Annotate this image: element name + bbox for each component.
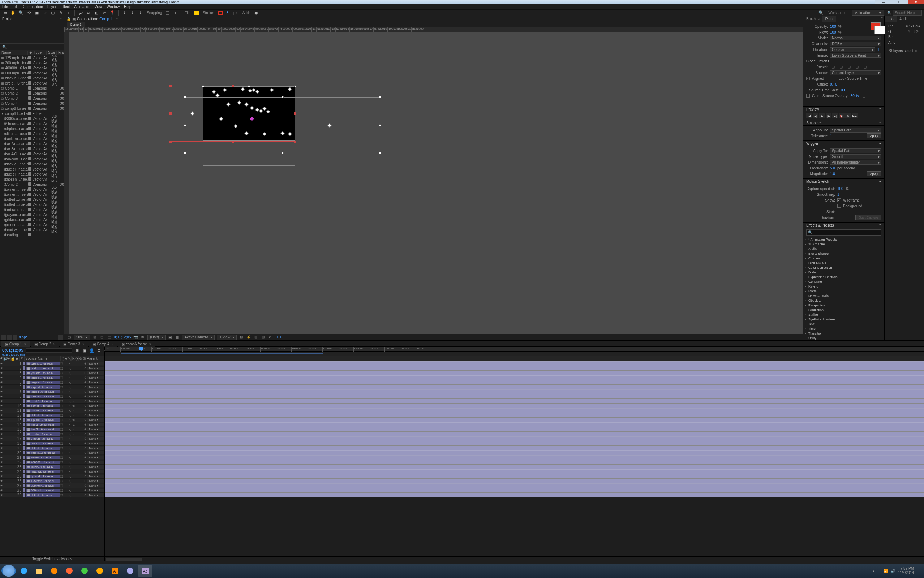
layer-track[interactable] — [105, 399, 924, 404]
layer-row[interactable]: 👁1▦ type st... for ae.ai⬚＼⊙None ▾ — [0, 361, 104, 366]
tray-flag-icon[interactable]: ⚐ — [877, 569, 881, 573]
layer-track[interactable] — [105, 375, 924, 380]
mute-button[interactable]: 🔇 — [839, 114, 844, 119]
layer-track[interactable] — [105, 437, 924, 441]
effect-category[interactable]: Simulation — [805, 307, 883, 312]
effect-category[interactable]: Blur & Sharpen — [805, 251, 883, 256]
preset-1-icon[interactable]: ⊡ — [830, 64, 836, 70]
show-desktop-button[interactable] — [917, 565, 920, 576]
layer-row[interactable]: 👁28▦ 600 mph...or ae.ai⬚＼⊙None ▾ — [0, 488, 104, 493]
layer-track[interactable] — [105, 455, 924, 460]
layer-row[interactable]: 👁26▦ 125 mph...or ae.ai⬚＼⊙None ▾ — [0, 479, 104, 483]
effect-category[interactable]: Channel — [805, 256, 883, 260]
overlay-checkbox[interactable] — [806, 94, 810, 97]
project-item[interactable]: ▢comp6 for aeComposition30 — [0, 106, 64, 111]
panel-menu-icon[interactable]: ≡ — [115, 17, 118, 21]
layer-row[interactable]: 👁7▦ large l...6 for ae.ai⬚＼⊙None ▾ — [0, 390, 104, 394]
composition-viewport[interactable] — [69, 32, 803, 334]
menu-composition[interactable]: Composition — [23, 5, 43, 9]
layer-row[interactable]: 👁15▦ line 2 ...6 for ae.ai⬚＼fx⊙None ▾ — [0, 427, 104, 432]
layer-track[interactable] — [105, 460, 924, 464]
preset-4-icon[interactable]: ⊡ — [854, 64, 860, 70]
col-frame[interactable]: Fram — [57, 50, 64, 55]
effects-presets-header[interactable]: Effects & Presets — [806, 223, 834, 227]
draft-3d-icon[interactable]: ▣ — [82, 347, 88, 353]
layer-track[interactable] — [105, 474, 924, 479]
menu-view[interactable]: View — [95, 5, 102, 9]
layer-row[interactable]: 👁17▦ 7 hours...for ae.ai⬚＼⊙None ▾ — [0, 437, 104, 441]
timeline-tab[interactable]: ▣ comp6 for ae× — [118, 341, 155, 347]
interpret-icon[interactable] — [2, 335, 6, 339]
layer-row[interactable]: 👁11▦ corner ... for ae.ai⬚＼fx⊙None ▾ — [0, 408, 104, 413]
ruler-horizontal[interactable]: 1500145014001350130012501200115011001050… — [64, 27, 803, 32]
layer-row[interactable]: 👁23▦ tail wi...6 for ae.ai⬚＼⊙None ▾ — [0, 464, 104, 469]
stroke-width[interactable]: 3 — [227, 11, 229, 15]
layer-row[interactable]: 👁10▦ corner ... for ae.ai⬚＼fx⊙None ▾ — [0, 404, 104, 408]
current-timecode[interactable]: 0;01;12;05 — [2, 348, 23, 353]
smoother-header[interactable]: Smoother — [806, 121, 822, 125]
timeline-tab[interactable]: ▣ Comp 3× — [60, 341, 88, 347]
exposure-value[interactable]: +0.0 — [275, 335, 282, 339]
project-item[interactable]: ▦chosen ...r ae.aiVector Art3.6 MB — [0, 177, 64, 182]
project-tab[interactable]: Project — [2, 17, 13, 21]
effect-category[interactable]: * Animation Presets — [805, 237, 883, 242]
eraser-tool[interactable]: ◧ — [94, 10, 99, 16]
explorer-icon[interactable] — [32, 565, 46, 576]
work-area-bar[interactable] — [122, 353, 323, 354]
fill-swatch[interactable] — [194, 11, 199, 15]
effect-category[interactable]: Audio — [805, 246, 883, 251]
stroke-swatch[interactable] — [218, 11, 223, 15]
panel-menu-icon[interactable]: ≡ — [60, 17, 62, 21]
workspace-dropdown[interactable]: Animation▾ — [852, 10, 884, 16]
duration-dropdown[interactable]: Constant▾ — [830, 47, 875, 52]
timeline-tab[interactable]: ▣ Comp 1× — [2, 341, 30, 347]
shape-tool[interactable]: ▢ — [50, 10, 56, 16]
ram-preview-button[interactable]: ▶▶ — [852, 114, 857, 119]
search-icon[interactable]: 🔍 — [2, 45, 6, 49]
layer-row[interactable]: 👁9▦ to sd 1...for ae.ai⬚＼fx⊙None ▾ — [0, 399, 104, 404]
close-button[interactable]: ✕ — [908, 0, 924, 4]
project-item[interactable]: ▢Comp 2Composition30 — [0, 91, 64, 96]
smoother-apply-dropdown[interactable]: Spatial Path▾ — [830, 128, 881, 133]
effect-category[interactable]: Color Correction — [805, 265, 883, 270]
ie-icon[interactable] — [16, 565, 31, 576]
after-effects-icon[interactable]: Ae — [138, 565, 153, 576]
layer-track[interactable] — [105, 432, 924, 437]
aligned-checkbox[interactable] — [806, 76, 810, 80]
preset-3-icon[interactable]: ⊡ — [846, 64, 852, 70]
col-name[interactable]: Name — [0, 50, 28, 55]
layer-row[interactable]: 👁4▦ large c... for ae.ai⬚＼⊙None ▾ — [0, 375, 104, 380]
effect-category[interactable]: Stylize — [805, 312, 883, 317]
hand-tool[interactable]: ✋ — [10, 10, 16, 16]
maximize-button[interactable]: ❐ — [892, 0, 908, 4]
res-full-icon[interactable]: ⊞ — [92, 335, 97, 340]
layer-row[interactable]: 👁18▦ black c... for ae.ai⬚＼⊙None ▾ — [0, 441, 104, 446]
views-dropdown[interactable]: 1 View▾ — [217, 334, 237, 340]
layer-track[interactable] — [105, 469, 924, 474]
layer-track[interactable] — [105, 366, 924, 371]
menu-animation[interactable]: Animation — [74, 5, 90, 9]
project-item[interactable]: ▦head wi...r ae.aiVector Art3.6 MB — [0, 227, 64, 232]
layer-row[interactable]: 👁5▦ large c... for ae.ai⬚＼⊙None ▾ — [0, 380, 104, 385]
app2-icon[interactable] — [123, 565, 137, 576]
layer-track[interactable] — [105, 413, 924, 417]
layer-row[interactable]: 👁21▦ altitud...for ae.ai⬚＼⊙None ▾ — [0, 455, 104, 460]
effect-category[interactable]: Matte — [805, 289, 883, 293]
effect-category[interactable]: Noise & Grain — [805, 293, 883, 298]
clone-tool[interactable]: ⧉ — [86, 10, 91, 16]
layer-row[interactable]: 👁22▦ 40000ft... for ae.ai⬚＼⊙None ▾ — [0, 460, 104, 464]
project-item[interactable]: ▢Comp 4Composition30 — [0, 101, 64, 106]
layer-track[interactable] — [105, 493, 924, 497]
system-clock[interactable]: 7:59 PM11/4/2014 — [898, 567, 914, 575]
axis-world-icon[interactable]: ⊹ — [129, 10, 135, 16]
chrome-icon[interactable] — [77, 565, 92, 576]
effect-category[interactable]: Distort — [805, 270, 883, 274]
preset-5-icon[interactable]: ⊡ — [862, 64, 868, 70]
effect-category[interactable]: Synthetic Aperture — [805, 317, 883, 321]
current-time-indicator[interactable] — [141, 347, 141, 356]
hide-shy-icon[interactable]: 👤 — [89, 347, 95, 353]
layer-track[interactable] — [105, 446, 924, 450]
frame-blend-icon[interactable]: ⊡ — [96, 347, 102, 353]
layer-track[interactable] — [105, 394, 924, 399]
menu-layer[interactable]: Layer — [47, 5, 56, 9]
